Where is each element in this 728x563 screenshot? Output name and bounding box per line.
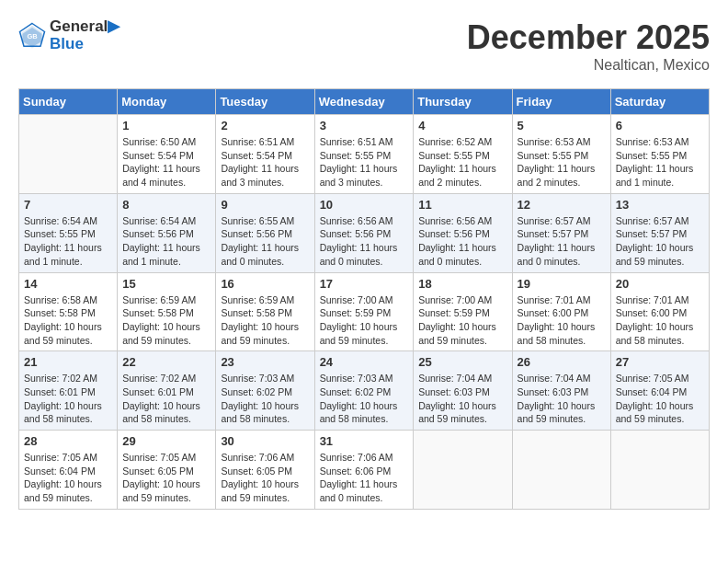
col-sunday: Sunday [19, 89, 118, 115]
col-wednesday: Wednesday [314, 89, 414, 115]
table-row: 14Sunrise: 6:58 AMSunset: 5:58 PMDayligh… [19, 272, 118, 351]
day-number: 1 [122, 119, 210, 132]
day-number: 20 [616, 277, 704, 291]
calendar-header-row: Sunday Monday Tuesday Wednesday Thursday… [19, 89, 710, 115]
day-info: Sunrise: 6:57 AMSunset: 5:57 PMDaylight:… [518, 214, 606, 269]
col-friday: Friday [512, 89, 610, 115]
col-thursday: Thursday [414, 89, 512, 115]
day-number: 30 [221, 434, 309, 448]
day-number: 13 [616, 198, 704, 212]
table-row: 11Sunrise: 6:56 AMSunset: 5:56 PMDayligh… [414, 193, 512, 272]
day-info: Sunrise: 7:01 AMSunset: 6:00 PMDaylight:… [616, 293, 704, 348]
table-row: 15Sunrise: 6:59 AMSunset: 5:58 PMDayligh… [118, 272, 216, 351]
day-info: Sunrise: 7:06 AMSunset: 6:06 PMDaylight:… [320, 451, 409, 505]
day-info: Sunrise: 7:05 AMSunset: 6:04 PMDaylight:… [24, 451, 112, 505]
table-row: 25Sunrise: 7:04 AMSunset: 6:03 PMDayligh… [414, 351, 512, 431]
day-number: 19 [518, 277, 606, 291]
day-info: Sunrise: 6:59 AMSunset: 5:58 PMDaylight:… [122, 293, 210, 348]
table-row: 9Sunrise: 6:55 AMSunset: 5:56 PMDaylight… [216, 193, 314, 272]
table-row: 26Sunrise: 7:04 AMSunset: 6:03 PMDayligh… [512, 351, 610, 431]
table-row: 22Sunrise: 7:02 AMSunset: 6:01 PMDayligh… [118, 351, 216, 431]
col-monday: Monday [118, 89, 216, 115]
day-info: Sunrise: 6:54 AMSunset: 5:56 PMDaylight:… [122, 214, 210, 269]
table-row: 7Sunrise: 6:54 AMSunset: 5:55 PMDaylight… [19, 193, 118, 272]
table-row: 2Sunrise: 6:51 AMSunset: 5:54 PMDaylight… [216, 115, 314, 194]
day-number: 24 [320, 355, 409, 369]
day-number: 2 [221, 119, 309, 132]
table-row [414, 431, 512, 510]
calendar-week-row: 28Sunrise: 7:05 AMSunset: 6:04 PMDayligh… [19, 431, 710, 510]
logo: GB General▶ Blue [18, 18, 119, 52]
day-info: Sunrise: 7:00 AMSunset: 5:59 PMDaylight:… [418, 293, 506, 348]
logo-icon: GB [18, 22, 46, 50]
day-number: 18 [418, 277, 506, 291]
table-row: 17Sunrise: 7:00 AMSunset: 5:59 PMDayligh… [314, 272, 414, 351]
day-number: 6 [616, 119, 704, 132]
table-row: 30Sunrise: 7:06 AMSunset: 6:05 PMDayligh… [216, 431, 314, 510]
day-info: Sunrise: 6:58 AMSunset: 5:58 PMDaylight:… [24, 293, 112, 348]
day-info: Sunrise: 7:04 AMSunset: 6:03 PMDaylight:… [418, 372, 506, 426]
day-info: Sunrise: 6:53 AMSunset: 5:55 PMDaylight:… [616, 135, 704, 190]
table-row: 28Sunrise: 7:05 AMSunset: 6:04 PMDayligh… [19, 431, 118, 510]
table-row: 1Sunrise: 6:50 AMSunset: 5:54 PMDaylight… [118, 115, 216, 194]
table-row: 16Sunrise: 6:59 AMSunset: 5:58 PMDayligh… [216, 272, 314, 351]
day-number: 11 [418, 198, 506, 212]
day-number: 3 [320, 119, 409, 132]
table-row [19, 115, 118, 194]
day-number: 5 [518, 119, 606, 132]
day-number: 31 [320, 434, 409, 448]
month-title: December 2025 [467, 18, 710, 57]
day-info: Sunrise: 7:00 AMSunset: 5:59 PMDaylight:… [320, 293, 409, 348]
table-row: 8Sunrise: 6:54 AMSunset: 5:56 PMDaylight… [118, 193, 216, 272]
day-info: Sunrise: 6:57 AMSunset: 5:57 PMDaylight:… [616, 214, 704, 269]
table-row: 6Sunrise: 6:53 AMSunset: 5:55 PMDaylight… [610, 115, 709, 194]
location: Nealtican, Mexico [467, 57, 710, 74]
day-number: 4 [418, 119, 506, 132]
day-info: Sunrise: 7:02 AMSunset: 6:01 PMDaylight:… [24, 372, 112, 426]
day-info: Sunrise: 7:03 AMSunset: 6:02 PMDaylight:… [221, 372, 309, 426]
day-number: 12 [518, 198, 606, 212]
day-info: Sunrise: 7:06 AMSunset: 6:05 PMDaylight:… [221, 451, 309, 505]
table-row: 27Sunrise: 7:05 AMSunset: 6:04 PMDayligh… [610, 351, 709, 431]
day-info: Sunrise: 6:55 AMSunset: 5:56 PMDaylight:… [221, 214, 309, 269]
table-row: 18Sunrise: 7:00 AMSunset: 5:59 PMDayligh… [414, 272, 512, 351]
day-number: 29 [122, 434, 210, 448]
day-info: Sunrise: 7:01 AMSunset: 6:00 PMDaylight:… [518, 293, 606, 348]
day-info: Sunrise: 6:52 AMSunset: 5:55 PMDaylight:… [418, 135, 506, 190]
day-info: Sunrise: 7:02 AMSunset: 6:01 PMDaylight:… [122, 372, 210, 426]
col-saturday: Saturday [610, 89, 709, 115]
calendar-table: Sunday Monday Tuesday Wednesday Thursday… [18, 88, 710, 510]
day-info: Sunrise: 6:59 AMSunset: 5:58 PMDaylight:… [221, 293, 309, 348]
day-info: Sunrise: 6:56 AMSunset: 5:56 PMDaylight:… [320, 214, 409, 269]
day-number: 25 [418, 355, 506, 369]
day-number: 8 [122, 198, 210, 212]
day-info: Sunrise: 6:50 AMSunset: 5:54 PMDaylight:… [122, 135, 210, 190]
day-number: 28 [24, 434, 112, 448]
logo-text: General▶ Blue [50, 18, 119, 52]
day-info: Sunrise: 7:05 AMSunset: 6:04 PMDaylight:… [616, 372, 704, 426]
day-info: Sunrise: 6:51 AMSunset: 5:55 PMDaylight:… [320, 135, 409, 190]
table-row: 21Sunrise: 7:02 AMSunset: 6:01 PMDayligh… [19, 351, 118, 431]
day-info: Sunrise: 6:56 AMSunset: 5:56 PMDaylight:… [418, 214, 506, 269]
table-row: 12Sunrise: 6:57 AMSunset: 5:57 PMDayligh… [512, 193, 610, 272]
day-info: Sunrise: 7:05 AMSunset: 6:05 PMDaylight:… [122, 451, 210, 505]
day-number: 26 [518, 355, 606, 369]
table-row: 20Sunrise: 7:01 AMSunset: 6:00 PMDayligh… [610, 272, 709, 351]
day-number: 14 [24, 277, 112, 291]
table-row: 10Sunrise: 6:56 AMSunset: 5:56 PMDayligh… [314, 193, 414, 272]
table-row: 24Sunrise: 7:03 AMSunset: 6:02 PMDayligh… [314, 351, 414, 431]
table-row [512, 431, 610, 510]
table-row: 4Sunrise: 6:52 AMSunset: 5:55 PMDaylight… [414, 115, 512, 194]
calendar-week-row: 14Sunrise: 6:58 AMSunset: 5:58 PMDayligh… [19, 272, 710, 351]
day-number: 27 [616, 355, 704, 369]
day-number: 9 [221, 198, 309, 212]
day-number: 22 [122, 355, 210, 369]
day-info: Sunrise: 6:54 AMSunset: 5:55 PMDaylight:… [24, 214, 112, 269]
table-row: 3Sunrise: 6:51 AMSunset: 5:55 PMDaylight… [314, 115, 414, 194]
svg-text:GB: GB [27, 32, 38, 40]
title-block: December 2025 Nealtican, Mexico [467, 18, 710, 74]
table-row: 31Sunrise: 7:06 AMSunset: 6:06 PMDayligh… [314, 431, 414, 510]
table-row: 5Sunrise: 6:53 AMSunset: 5:55 PMDaylight… [512, 115, 610, 194]
table-row [610, 431, 709, 510]
day-info: Sunrise: 6:53 AMSunset: 5:55 PMDaylight:… [518, 135, 606, 190]
